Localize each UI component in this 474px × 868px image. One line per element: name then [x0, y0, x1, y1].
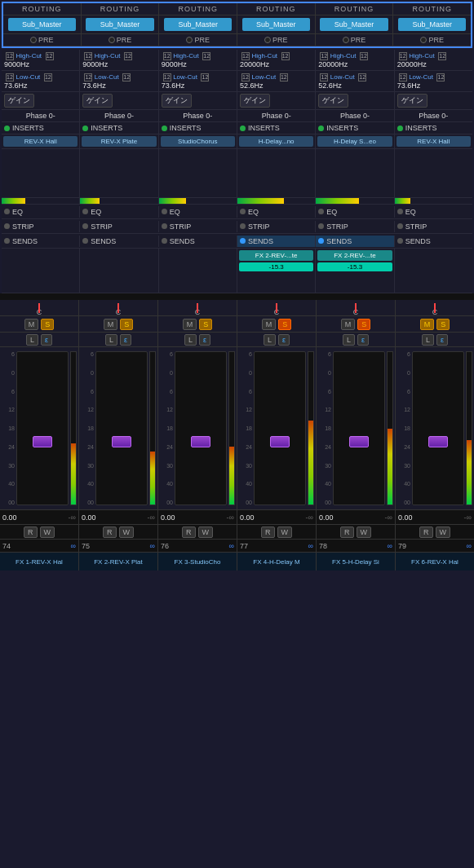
strip-dot-6[interactable] — [397, 223, 403, 229]
gain-btn-1[interactable]: ゲイン — [4, 94, 34, 108]
l-btn-6[interactable]: L — [422, 334, 434, 346]
e-btn-2[interactable]: ε — [120, 334, 131, 346]
hc-icon-5[interactable]: 12 — [320, 52, 328, 60]
fader-handle-5[interactable] — [349, 436, 369, 447]
sends-dot-6[interactable] — [397, 238, 403, 244]
gain-btn-6[interactable]: ゲイン — [397, 94, 427, 108]
lc-icon-r5[interactable]: 12 — [358, 73, 366, 82]
eq-dot-5[interactable] — [318, 209, 324, 214]
l-btn-3[interactable]: L — [184, 334, 197, 346]
gain-btn-3[interactable]: ゲイン — [162, 94, 192, 108]
ch-name-3[interactable]: FX 3-StudioCho — [175, 558, 221, 566]
submaster-btn-4[interactable]: Sub_Master — [242, 18, 310, 31]
fader-handle-3[interactable] — [191, 436, 210, 447]
fx-send-btn-4[interactable]: FX 2-REV-...te — [239, 250, 313, 261]
e-btn-4[interactable]: ε — [278, 334, 290, 346]
eq-dot-2[interactable] — [82, 209, 88, 214]
fader-track-2[interactable] — [95, 351, 148, 505]
solo-btn-3[interactable]: S — [199, 319, 212, 330]
eq-dot-4[interactable] — [240, 209, 246, 214]
e-btn-5[interactable]: ε — [357, 334, 369, 346]
pre-radio-5[interactable] — [343, 37, 349, 43]
insert-dot-6[interactable] — [397, 126, 403, 131]
insert-dot-1[interactable] — [4, 126, 10, 131]
fader-track-5[interactable] — [333, 351, 385, 505]
mute-btn-3[interactable]: M — [183, 319, 197, 330]
r-btn-6[interactable]: R — [419, 527, 433, 538]
lc-icon-2[interactable]: 12 — [84, 73, 92, 82]
sends-dot-5[interactable] — [318, 238, 324, 244]
insert-dot-3[interactable] — [162, 126, 167, 131]
fader-handle-1[interactable] — [33, 436, 52, 447]
strip-dot-5[interactable] — [318, 223, 324, 229]
mute-btn-6[interactable]: M — [420, 319, 435, 330]
ch-name-6[interactable]: FX 6-REV-X Hal — [411, 558, 458, 566]
hc-icon-3[interactable]: 12 — [163, 52, 171, 60]
mute-btn-4[interactable]: M — [262, 319, 277, 330]
lc-icon-4[interactable]: 12 — [241, 73, 250, 82]
gain-btn-2[interactable]: ゲイン — [82, 94, 113, 108]
ch-name-5[interactable]: FX 5-H-Delay Si — [332, 558, 379, 566]
fader-handle-6[interactable] — [428, 436, 448, 447]
strip-dot-4[interactable] — [240, 223, 246, 229]
w-btn-2[interactable]: W — [119, 527, 135, 538]
pre-radio-3[interactable] — [186, 37, 193, 43]
e-btn-1[interactable]: ε — [41, 334, 52, 346]
gain-btn-4[interactable]: ゲイン — [240, 94, 270, 108]
pre-radio-6[interactable] — [420, 37, 427, 43]
plugin-btn-6[interactable]: REV-X Hall — [396, 136, 471, 147]
strip-dot-2[interactable] — [82, 223, 88, 229]
sends-dot-1[interactable] — [4, 238, 10, 244]
lc-icon-6[interactable]: 12 — [399, 73, 407, 82]
hc-icon-6[interactable]: 12 — [399, 52, 407, 60]
submaster-btn-5[interactable]: Sub_Master — [320, 18, 388, 31]
plugin-btn-3[interactable]: StudioChorus — [161, 136, 235, 147]
r-btn-2[interactable]: R — [103, 527, 117, 538]
l-btn-1[interactable]: L — [26, 334, 38, 346]
eq-dot-6[interactable] — [397, 209, 403, 214]
lc-icon-r1[interactable]: 12 — [44, 73, 52, 82]
lc-icon-3[interactable]: 12 — [163, 73, 171, 82]
plugin-btn-5[interactable]: H-Delay S...eo — [317, 136, 392, 147]
pre-radio-4[interactable] — [264, 37, 271, 43]
submaster-btn-2[interactable]: Sub_Master — [86, 18, 153, 31]
sends-dot-3[interactable] — [162, 238, 167, 244]
w-btn-3[interactable]: W — [198, 527, 214, 538]
strip-dot-3[interactable] — [162, 223, 167, 229]
hc-icon-r5[interactable]: 12 — [360, 52, 368, 60]
solo-btn-4[interactable]: S — [278, 319, 291, 330]
w-btn-4[interactable]: W — [277, 527, 293, 538]
sends-dot-4[interactable] — [240, 238, 246, 244]
ch-name-1[interactable]: FX 1-REV-X Hal — [16, 558, 63, 566]
hc-icon-r6[interactable]: 12 — [438, 52, 446, 60]
hc-icon-r4[interactable]: 12 — [281, 52, 290, 60]
solo-btn-5[interactable]: S — [357, 319, 370, 330]
insert-dot-5[interactable] — [318, 126, 324, 131]
ch-name-2[interactable]: FX 2-REV-X Plat — [94, 558, 143, 566]
e-btn-6[interactable]: ε — [436, 334, 448, 346]
eq-dot-3[interactable] — [162, 209, 167, 214]
submaster-btn-3[interactable]: Sub_Master — [164, 18, 232, 31]
pre-radio-1[interactable] — [30, 37, 37, 43]
r-btn-4[interactable]: R — [261, 527, 275, 538]
hc-icon-r2[interactable]: 12 — [124, 52, 132, 60]
l-btn-4[interactable]: L — [264, 334, 276, 346]
hc-icon-r3[interactable]: 12 — [202, 52, 210, 60]
gain-btn-5[interactable]: ゲイン — [318, 94, 348, 108]
eq-dot-1[interactable] — [4, 209, 10, 214]
lc-icon-r2[interactable]: 12 — [122, 73, 131, 82]
strip-dot-1[interactable] — [4, 223, 10, 229]
solo-btn-6[interactable]: S — [436, 319, 450, 330]
fader-track-1[interactable] — [16, 351, 69, 505]
submaster-btn-1[interactable]: Sub_Master — [8, 18, 76, 31]
fader-handle-2[interactable] — [112, 436, 131, 447]
lc-icon-5[interactable]: 12 — [320, 73, 328, 82]
ch-name-4[interactable]: FX 4-H-Delay M — [253, 558, 299, 566]
lc-icon-r4[interactable]: 12 — [280, 73, 288, 82]
plugin-btn-2[interactable]: REV-X Plate — [82, 136, 156, 147]
hc-icon-2[interactable]: 12 — [84, 52, 92, 60]
mute-btn-2[interactable]: M — [104, 319, 118, 330]
fx-send-btn-5[interactable]: FX 2-REV-...te — [317, 250, 392, 261]
sends-dot-2[interactable] — [82, 238, 88, 244]
lc-icon-1[interactable]: 12 — [6, 73, 14, 82]
